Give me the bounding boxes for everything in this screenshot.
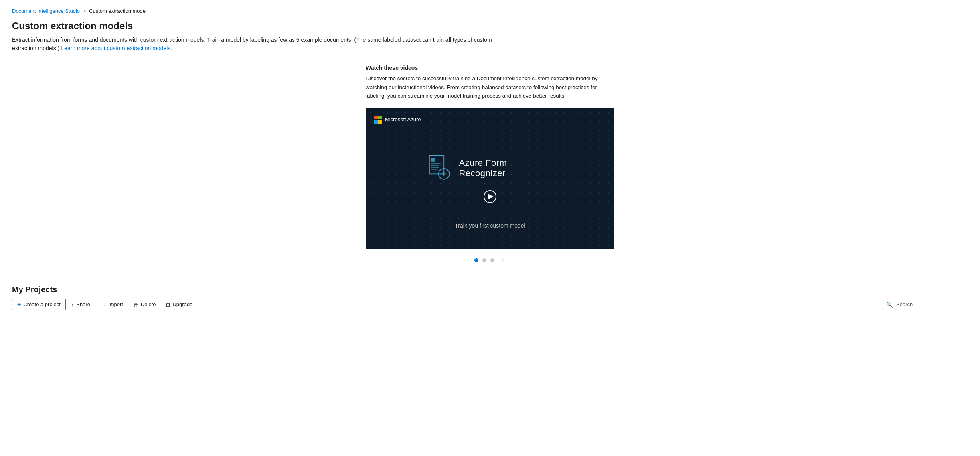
play-button[interactable] xyxy=(484,190,496,203)
plus-icon xyxy=(17,301,21,308)
upgrade-label: Upgrade xyxy=(172,301,192,307)
play-triangle-icon xyxy=(488,194,494,200)
ms-logo-red xyxy=(374,116,378,120)
import-icon xyxy=(101,302,106,307)
video-center-content: Azure Form Recognizer xyxy=(428,154,552,203)
video-title-text: Azure Form Recognizer xyxy=(459,158,552,179)
video-azure-brand: Microsoft Azure xyxy=(374,116,421,124)
video-intro: Watch these videos Discover the secrets … xyxy=(366,65,614,100)
breadcrumb: Document Intelligence Studio > Custom ex… xyxy=(12,8,968,14)
my-projects-section: My Projects Create a project Share Impor… xyxy=(12,285,968,310)
breadcrumb-parent-link[interactable]: Document Intelligence Studio xyxy=(12,8,80,14)
delete-icon xyxy=(134,302,138,307)
video-icon-title-row: Azure Form Recognizer xyxy=(428,154,552,182)
video-intro-title: Watch these videos xyxy=(366,65,614,71)
share-label: Share xyxy=(76,301,90,307)
svg-rect-4 xyxy=(431,167,439,168)
import-label: Import xyxy=(108,301,123,307)
ms-logo-green xyxy=(378,116,382,120)
delete-button[interactable]: Delete xyxy=(129,299,161,310)
search-box[interactable]: 🔍 xyxy=(882,299,968,310)
carousel-dot-1[interactable] xyxy=(474,258,478,262)
form-recognizer-icon xyxy=(428,154,451,182)
carousel-dot-2[interactable] xyxy=(482,258,486,262)
toolbar-left: Create a project Share Import Delete Upg… xyxy=(12,299,197,310)
page-title: Custom extraction models xyxy=(12,20,968,32)
svg-rect-1 xyxy=(431,158,435,162)
video-player[interactable]: Microsoft Azure Azure Form Recognizer xyxy=(366,108,614,249)
my-projects-title: My Projects xyxy=(12,285,968,294)
breadcrumb-current: Custom extraction model xyxy=(89,8,147,14)
projects-toolbar: Create a project Share Import Delete Upg… xyxy=(12,299,968,310)
svg-rect-8 xyxy=(443,171,444,176)
breadcrumb-separator: > xyxy=(83,8,86,14)
video-azure-text: Microsoft Azure xyxy=(385,116,421,122)
delete-label: Delete xyxy=(141,301,156,307)
carousel-controls: › xyxy=(474,255,505,265)
ms-logo-yellow xyxy=(378,120,382,124)
svg-rect-2 xyxy=(431,163,441,164)
svg-rect-3 xyxy=(431,165,439,166)
learn-more-link[interactable]: Learn more about custom extraction model… xyxy=(61,45,172,51)
upgrade-icon xyxy=(166,302,170,307)
video-section: Watch these videos Discover the secrets … xyxy=(12,65,968,265)
svg-rect-5 xyxy=(431,169,438,170)
carousel-dot-3[interactable] xyxy=(490,258,494,262)
share-icon xyxy=(71,302,74,307)
search-icon: 🔍 xyxy=(886,301,893,308)
import-button[interactable]: Import xyxy=(96,299,128,310)
carousel-next-button[interactable]: › xyxy=(500,255,505,265)
video-intro-desc: Discover the secrets to successfully tra… xyxy=(366,74,614,100)
page-description: Extract information from forms and docum… xyxy=(12,36,493,53)
create-project-label: Create a project xyxy=(23,301,61,307)
search-input[interactable] xyxy=(896,301,964,307)
share-button[interactable]: Share xyxy=(67,299,95,310)
video-subtitle: Train you first custom model xyxy=(455,222,525,229)
upgrade-button[interactable]: Upgrade xyxy=(161,299,197,310)
create-project-button[interactable]: Create a project xyxy=(12,299,66,310)
microsoft-logo xyxy=(374,116,382,124)
ms-logo-blue xyxy=(374,120,378,124)
